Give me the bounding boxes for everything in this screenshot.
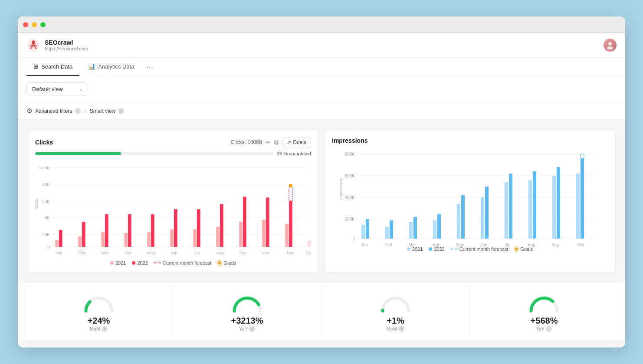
svg-point-7 [608, 42, 612, 46]
legend-line-forecast [154, 262, 161, 263]
svg-text:7.5K: 7.5K [41, 199, 50, 203]
svg-rect-84 [528, 180, 532, 239]
svg-rect-74 [409, 222, 413, 239]
svg-rect-83 [509, 174, 512, 239]
svg-rect-85 [533, 171, 536, 239]
svg-rect-36 [216, 227, 220, 247]
metric-label-yoy-clicks: YoY i [239, 326, 255, 332]
copy-icon[interactable]: ⧉ [274, 139, 279, 146]
svg-rect-33 [174, 209, 177, 247]
main-content: SEOcrawl https://seocrawl.com ⊞ Search D… [18, 33, 625, 341]
smart-view-button[interactable]: Smart view [90, 108, 115, 114]
clicks-chart-title: Clicks [35, 139, 53, 146]
legend-dot-2021 [110, 261, 114, 265]
metric-info-mom-impressions[interactable]: i [398, 326, 404, 332]
svg-rect-31 [151, 214, 154, 247]
metric-gauge-yoy-clicks [230, 292, 265, 313]
svg-text:Dec: Dec [306, 250, 311, 255]
impressions-chart-card: Impressions 800K 600K 400K [325, 130, 615, 272]
svg-rect-46 [308, 240, 311, 246]
view-select[interactable]: Default view [26, 82, 87, 96]
svg-text:Jul: Jul [194, 250, 200, 255]
clicks-chart-header: Clicks Clicks: 10000 ✏ ⧉ ↗ Goals [35, 137, 311, 148]
svg-text:800K: 800K [345, 152, 355, 157]
view-select-wrapper: Default view [26, 82, 87, 96]
maximize-button[interactable] [40, 22, 46, 27]
goals-button-label: Goals [293, 139, 306, 145]
metric-gauge-mom-clicks [82, 292, 116, 313]
brand-logo-icon [26, 38, 40, 52]
divider: / [84, 107, 86, 115]
impressions-chart-header: Impressions [332, 137, 608, 144]
tab-search-data[interactable]: ⊞ Search Data [26, 58, 79, 76]
metric-info-yoy-impressions[interactable]: i [546, 326, 552, 332]
svg-text:Oct: Oct [577, 243, 584, 247]
svg-rect-82 [505, 182, 508, 239]
svg-text:Jan: Jan [56, 250, 62, 255]
toolbar: Default view [18, 76, 625, 102]
metric-gauge-mom-impressions [378, 292, 413, 313]
metric-yoy-impressions: +568% YoY i [470, 283, 618, 341]
progress-row: 36 % completed [35, 151, 311, 156]
clicks-chart-card: Clicks Clicks: 10000 ✏ ⧉ ↗ Goals [28, 130, 318, 272]
svg-text:0: 0 [47, 245, 49, 249]
svg-text:400K: 400K [345, 195, 355, 200]
svg-text:Oct: Oct [262, 250, 269, 255]
filters-bar: ⚙ Advanced filters i / Smart view i [18, 102, 625, 120]
svg-rect-71 [366, 219, 369, 239]
svg-text:Mar: Mar [408, 243, 416, 247]
svg-rect-30 [147, 232, 151, 247]
metric-value-yoy-clicks: +3213% [231, 316, 263, 326]
brand-url: https://seocrawl.com [45, 46, 88, 51]
svg-rect-43 [289, 201, 292, 247]
svg-point-8 [607, 46, 613, 49]
clicks-bar-chart: 12.5K 10K 7.5K 5K 2.5K 0 Clicks [35, 161, 311, 257]
tabs-more-button[interactable]: ⋯ [143, 61, 157, 73]
metric-info-yoy-clicks[interactable]: i [249, 326, 255, 332]
svg-rect-86 [552, 176, 556, 239]
svg-text:Jun: Jun [480, 243, 487, 247]
brand-info: SEOcrawl https://seocrawl.com [45, 39, 88, 51]
svg-rect-37 [220, 204, 223, 247]
svg-text:12.5K: 12.5K [39, 165, 50, 170]
svg-rect-29 [128, 214, 131, 247]
svg-rect-39 [243, 197, 246, 247]
goals-arrow-icon: ↗ [287, 139, 291, 145]
tabs-bar: ⊞ Search Data 📊 Analytics Data ⋯ [18, 58, 625, 76]
svg-text:Feb: Feb [384, 243, 392, 247]
svg-text:May: May [456, 243, 464, 247]
svg-text:Mar: Mar [102, 250, 109, 255]
progress-label: 36 % completed [277, 151, 311, 156]
svg-rect-40 [262, 220, 266, 247]
metric-label-mom-impressions: MoM i [387, 326, 404, 332]
edit-icon[interactable]: ✏ [266, 139, 271, 146]
svg-rect-88 [576, 174, 580, 239]
legend-dot-goals [217, 261, 222, 265]
avatar[interactable] [604, 39, 617, 52]
minimize-button[interactable] [32, 22, 37, 27]
close-button[interactable] [23, 22, 28, 27]
svg-text:Jun: Jun [171, 250, 177, 255]
svg-text:Aug: Aug [216, 250, 223, 255]
svg-text:10K: 10K [43, 182, 50, 187]
advanced-filters-info-icon[interactable]: i [75, 108, 81, 114]
advanced-filters-button[interactable]: Advanced filters [35, 108, 72, 114]
metric-info-mom-clicks[interactable]: i [102, 326, 108, 332]
smart-view-info-icon[interactable]: i [118, 108, 124, 114]
svg-rect-22 [55, 240, 59, 246]
svg-rect-34 [193, 229, 197, 246]
svg-rect-90 [581, 154, 584, 158]
metric-label-mom-clicks: MoM i [90, 326, 108, 332]
svg-text:Sep: Sep [551, 243, 559, 247]
svg-text:May: May [147, 250, 155, 255]
progress-bar-fill [35, 152, 121, 155]
clicks-chart-controls: Clicks: 10000 ✏ ⧉ ↗ Goals [231, 137, 311, 148]
filter-icon: ⚙ [26, 107, 33, 115]
goals-button[interactable]: ↗ Goals [282, 137, 311, 148]
svg-text:2.5K: 2.5K [41, 232, 50, 237]
svg-rect-87 [557, 167, 560, 239]
legend-dot-2022 [132, 261, 135, 265]
tab-analytics-data[interactable]: 📊 Analytics Data [81, 58, 141, 76]
impressions-chart-title: Impressions [332, 137, 367, 144]
svg-text:Feb: Feb [79, 250, 86, 255]
